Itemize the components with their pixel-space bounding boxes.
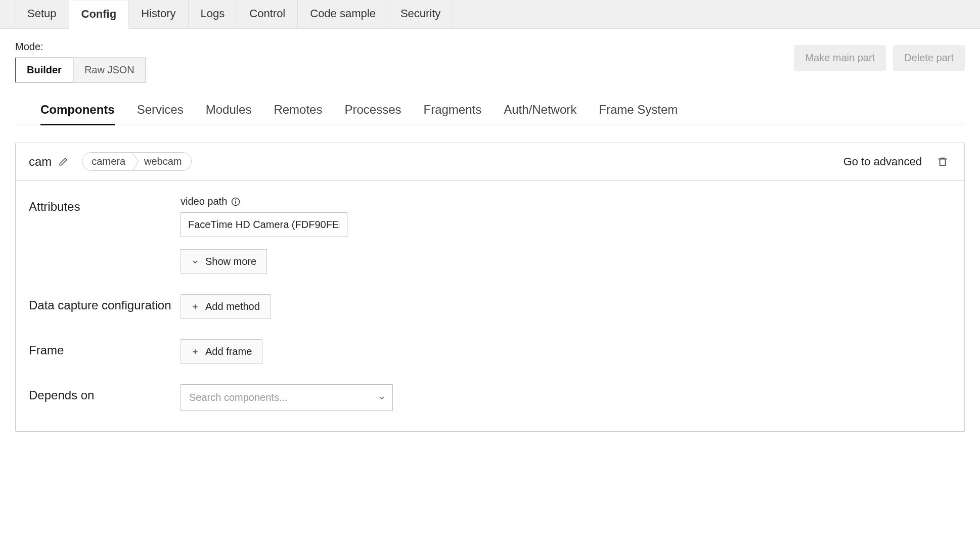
frame-label: Frame (29, 339, 181, 358)
depends-on-content (181, 384, 951, 411)
top-tabs: Setup Config History Logs Control Code s… (0, 0, 980, 29)
mode-builder-button[interactable]: Builder (15, 58, 73, 82)
subtab-processes[interactable]: Processes (344, 103, 401, 125)
component-header-left: cam camera webcam (29, 152, 192, 171)
mode-raw-json-button[interactable]: Raw JSON (73, 58, 146, 82)
depends-on-row: Depends on (29, 384, 951, 411)
component-card-header: cam camera webcam Go to advanced (16, 143, 964, 180)
chevron-down-icon (191, 258, 199, 266)
video-path-input[interactable] (181, 212, 347, 237)
delete-component-icon[interactable] (937, 156, 948, 168)
crumb-type[interactable]: camera (82, 152, 133, 171)
subtab-auth-network[interactable]: Auth/Network (504, 103, 576, 125)
data-capture-content: Add method (181, 294, 951, 319)
show-more-button[interactable]: Show more (181, 249, 267, 274)
depends-on-select[interactable] (181, 384, 393, 411)
plus-icon (191, 303, 199, 311)
show-more-label: Show more (205, 256, 256, 267)
component-type-breadcrumb: camera webcam (82, 152, 191, 171)
depends-on-input[interactable] (181, 384, 393, 411)
mode-row: Mode: Builder Raw JSON Make main part De… (0, 29, 980, 87)
attributes-label: Attributes (29, 196, 181, 214)
subtab-components[interactable]: Components (40, 103, 115, 125)
component-card-body: Attributes video path (16, 180, 964, 431)
tab-code-sample[interactable]: Code sample (297, 0, 388, 28)
go-to-advanced-link[interactable]: Go to advanced (843, 155, 922, 168)
crumb-model-label: webcam (144, 156, 182, 167)
tab-setup[interactable]: Setup (15, 0, 69, 28)
subtab-remotes[interactable]: Remotes (274, 103, 322, 125)
crumb-type-label: camera (92, 156, 125, 167)
subtab-frame-system[interactable]: Frame System (599, 103, 678, 125)
config-sub-nav: Components Services Modules Remotes Proc… (15, 87, 965, 125)
subtab-services[interactable]: Services (137, 103, 184, 125)
svg-point-2 (236, 199, 236, 200)
make-main-part-button[interactable]: Make main part (794, 45, 886, 71)
component-name: cam (29, 155, 52, 169)
attributes-content: video path Sho (181, 196, 951, 274)
edit-name-icon[interactable] (59, 157, 68, 166)
delete-part-button[interactable]: Delete part (893, 45, 965, 71)
depends-on-label: Depends on (29, 384, 181, 403)
mode-label: Mode: (15, 41, 146, 53)
add-method-label: Add method (205, 301, 260, 312)
frame-content: Add frame (181, 339, 951, 364)
attributes-row: Attributes video path (29, 196, 951, 274)
tab-history[interactable]: History (128, 0, 188, 28)
component-card: cam camera webcam Go to advanced (15, 143, 965, 432)
tab-config[interactable]: Config (69, 1, 129, 29)
video-path-label: video path (181, 196, 951, 207)
tab-logs[interactable]: Logs (188, 0, 238, 28)
mode-block: Mode: Builder Raw JSON (15, 41, 146, 82)
subtab-modules[interactable]: Modules (206, 103, 252, 125)
plus-icon (191, 348, 199, 356)
mode-toggle: Builder Raw JSON (15, 58, 146, 82)
data-capture-row: Data capture configuration Add method (29, 294, 951, 319)
data-capture-label: Data capture configuration (29, 294, 181, 313)
part-actions: Make main part Delete part (794, 45, 965, 71)
video-path-label-text: video path (181, 196, 227, 207)
add-frame-label: Add frame (205, 346, 252, 357)
frame-row: Frame Add frame (29, 339, 951, 364)
add-frame-button[interactable]: Add frame (181, 339, 262, 364)
component-header-right: Go to advanced (843, 155, 948, 168)
tab-security[interactable]: Security (388, 0, 453, 28)
crumb-model[interactable]: webcam (133, 152, 191, 171)
subtab-fragments[interactable]: Fragments (424, 103, 482, 125)
info-icon[interactable] (231, 197, 240, 206)
add-method-button[interactable]: Add method (181, 294, 271, 319)
tab-control[interactable]: Control (237, 0, 298, 28)
